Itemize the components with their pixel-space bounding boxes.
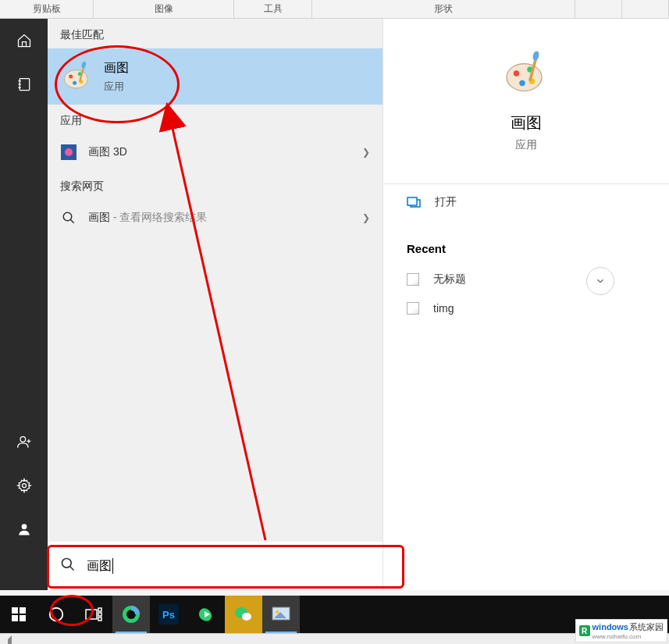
paint-icon-large: [503, 50, 550, 97]
task-cortana[interactable]: [37, 596, 75, 633]
watermark: R windows系统家园 www.ruihaifu.com: [575, 619, 667, 642]
recent-item-label: timg: [433, 302, 454, 315]
recent-item[interactable]: timg: [383, 294, 669, 322]
search-results: 最佳匹配 画图 应用 应用: [48, 19, 383, 590]
web-header: 搜索网页: [48, 170, 383, 200]
ribbon-section-tools[interactable]: 工具: [234, 0, 312, 18]
watermark-logo: R: [579, 625, 590, 636]
svg-rect-0: [20, 79, 29, 91]
best-match-subtitle: 应用: [104, 80, 129, 94]
watermark-brand: windows: [592, 622, 628, 632]
action-open[interactable]: 打开: [383, 184, 669, 220]
image-file-icon: [407, 302, 419, 315]
svg-point-4: [20, 436, 26, 442]
snipping-icon: [271, 606, 291, 623]
svg-point-8: [21, 524, 27, 529]
ribbon-section-clipboard[interactable]: 剪贴板: [0, 0, 94, 18]
svg-point-9: [64, 70, 87, 88]
task-photoshop[interactable]: Ps: [150, 596, 187, 633]
recent-item[interactable]: 无标题: [383, 265, 669, 294]
svg-point-47: [276, 610, 279, 614]
image-file-icon: [407, 273, 419, 286]
chevron-right-icon: ❯: [362, 147, 370, 158]
taskbar: Ps: [0, 596, 669, 633]
windows-icon: [12, 607, 26, 621]
start-sidebar: [0, 19, 48, 590]
best-match-header: 最佳匹配: [48, 19, 383, 48]
task-wechat[interactable]: [225, 596, 262, 633]
sidebar-account[interactable]: [0, 420, 48, 464]
svg-point-24: [519, 80, 525, 87]
person-icon: [16, 521, 32, 537]
details-pane: 画图 应用 打开 Recent 无标题 timg: [383, 19, 669, 590]
task-taskview[interactable]: [75, 596, 112, 633]
details-subtitle: 应用: [515, 138, 537, 152]
svg-point-23: [514, 70, 520, 76]
home-icon: [16, 33, 32, 48]
paint3d-icon: [60, 144, 77, 161]
ribbon-section-shapes[interactable]: 形状: [312, 0, 575, 18]
recent-header: Recent: [383, 220, 669, 265]
paint-icon: [60, 59, 94, 94]
svg-text:Ps: Ps: [162, 609, 175, 621]
open-icon: [407, 197, 421, 208]
svg-rect-31: [20, 607, 26, 614]
iqiyi-icon: [196, 604, 216, 624]
photoshop-icon: Ps: [158, 604, 179, 624]
task-view-icon: [85, 607, 102, 621]
svg-point-20: [62, 559, 72, 568]
details-title: 画图: [511, 112, 542, 133]
scrollbar-bottom[interactable]: [0, 633, 669, 644]
start-menu: 最佳匹配 画图 应用 应用: [0, 19, 669, 590]
expand-toggle[interactable]: [586, 267, 614, 295]
edge-icon: [121, 604, 141, 624]
svg-rect-30: [12, 607, 18, 614]
sidebar-apps[interactable]: [0, 62, 48, 106]
result-label: 画图 - 查看网络搜索结果: [88, 211, 362, 225]
notebook-icon: [16, 76, 32, 92]
best-match-title: 画图: [104, 60, 129, 76]
svg-point-15: [81, 61, 87, 68]
search-box[interactable]: 画图: [48, 542, 383, 590]
svg-rect-29: [407, 197, 417, 205]
svg-point-7: [22, 484, 26, 488]
task-iqiyi[interactable]: [187, 596, 225, 633]
svg-rect-33: [20, 615, 26, 621]
task-snipping[interactable]: [262, 596, 300, 633]
svg-rect-38: [98, 617, 101, 621]
cortana-icon: [48, 606, 65, 623]
ribbon-section-blank2: [622, 0, 669, 18]
search-input[interactable]: 画图: [87, 558, 113, 575]
ribbon: 剪贴板 图像 工具 形状: [0, 0, 669, 19]
svg-rect-35: [86, 610, 97, 619]
chevron-right-icon: ❯: [362, 212, 370, 223]
sidebar-settings[interactable]: [0, 464, 48, 507]
apps-header: 应用: [48, 105, 383, 134]
svg-rect-36: [98, 608, 101, 611]
gear-icon: [16, 478, 32, 493]
svg-line-19: [70, 219, 74, 223]
recent-item-label: 无标题: [433, 272, 466, 286]
chevron-down-icon: [595, 276, 606, 286]
watermark-url: www.ruihaifu.com: [592, 633, 664, 640]
watermark-suffix: 系统家园: [629, 622, 664, 632]
search-icon: [60, 557, 76, 575]
svg-point-22: [507, 64, 542, 91]
best-match-item[interactable]: 画图 应用: [48, 48, 383, 105]
result-label: 画图 3D: [88, 145, 362, 159]
result-paint3d[interactable]: 画图 3D ❯: [48, 134, 383, 170]
svg-point-45: [242, 613, 251, 621]
action-open-label: 打开: [435, 195, 457, 209]
task-start[interactable]: [0, 596, 37, 633]
sidebar-home[interactable]: [0, 19, 48, 62]
result-web-search[interactable]: 画图 - 查看网络搜索结果 ❯: [48, 200, 383, 236]
ribbon-section-image[interactable]: 图像: [94, 0, 234, 18]
svg-point-28: [532, 50, 539, 61]
wechat-icon: [233, 604, 254, 624]
svg-point-18: [63, 212, 72, 221]
task-edge[interactable]: [112, 596, 150, 633]
svg-rect-37: [98, 613, 101, 616]
sidebar-power[interactable]: [0, 507, 48, 551]
svg-point-11: [73, 81, 77, 85]
svg-point-34: [50, 608, 63, 621]
